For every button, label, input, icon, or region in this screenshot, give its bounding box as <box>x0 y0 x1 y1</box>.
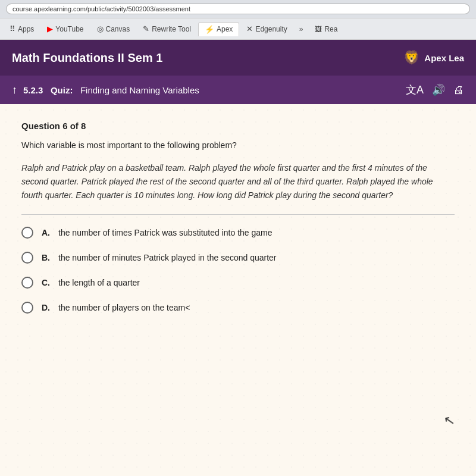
apex-logo-icon: 🦁 <box>403 50 419 65</box>
apex-icon: ⚡ <box>205 25 214 34</box>
tab-edgenuity[interactable]: ✕ Edgenuity <box>240 22 293 36</box>
choice-c-text: the length of a quarter <box>58 278 140 287</box>
tab-canvas[interactable]: ◎ Canvas <box>91 22 136 36</box>
edgenuity-icon: ✕ <box>246 24 253 33</box>
radio-d[interactable] <box>21 302 33 314</box>
radio-c[interactable] <box>21 277 33 289</box>
question-text: Which variable is most important to the … <box>21 139 455 152</box>
choice-b-letter: B. <box>42 253 50 262</box>
tab-apps[interactable]: ⠿ Apps <box>4 22 40 36</box>
quiz-title: 5.2.3 Quiz: Finding and Naming Variables <box>23 85 400 95</box>
radio-b[interactable] <box>21 252 33 264</box>
app-title: Math Foundations II Sem 1 <box>12 51 162 65</box>
question-label: Question 6 of 8 <box>21 121 455 131</box>
tab-reader-text: Rea <box>324 25 337 33</box>
quiz-id: 5.2.3 <box>23 85 43 95</box>
url-bar[interactable]: course.apexlearning.com/public/activity/… <box>6 4 470 14</box>
choices-container: A. the number of times Patrick was subst… <box>21 227 455 314</box>
tab-canvas-label: Canvas <box>106 25 130 33</box>
browser-bar: course.apexlearning.com/public/activity/… <box>0 0 476 18</box>
quiz-title-text: Finding and Naming Variables <box>80 85 199 95</box>
app-header: Math Foundations II Sem 1 🦁 Apex Lea <box>0 40 476 76</box>
radio-a[interactable] <box>21 227 33 239</box>
choice-d-text: the number of players on the team< <box>58 303 190 312</box>
tab-bar: ⠿ Apps ▶ YouTube ◎ Canvas ✎ Rewrite Tool… <box>0 18 476 40</box>
choice-b-text: the number of minutes Patrick played in … <box>58 253 277 262</box>
tab-reader-label: 🖼 <box>315 25 322 33</box>
choice-b[interactable]: B. the number of minutes Patrick played … <box>21 252 455 264</box>
tab-reader[interactable]: 🖼 Rea <box>309 23 343 36</box>
quiz-tools: 文A 🔊 🖨 <box>406 83 464 97</box>
tab-edgenuity-label: Edgenuity <box>255 25 287 33</box>
quiz-header: ↑ 5.2.3 Quiz: Finding and Naming Variabl… <box>0 76 476 104</box>
back-icon[interactable]: ↑ <box>12 84 17 96</box>
tab-rewrite[interactable]: ✎ Rewrite Tool <box>137 22 197 36</box>
rewrite-icon: ✎ <box>143 24 149 33</box>
choice-a-letter: A. <box>42 228 50 237</box>
tab-apps-label: Apps <box>18 25 34 33</box>
problem-text: Ralph and Patrick play on a basketball t… <box>21 161 455 202</box>
choice-a-text: the number of times Patrick was substitu… <box>58 228 273 237</box>
choice-c[interactable]: C. the length of a quarter <box>21 277 455 289</box>
print-icon[interactable]: 🖨 <box>453 84 464 96</box>
apex-logo-text: Apex Lea <box>424 53 464 63</box>
choice-d[interactable]: D. the number of players on the team< <box>21 302 455 314</box>
tab-rewrite-label: Rewrite Tool <box>152 25 191 33</box>
translate-icon[interactable]: 文A <box>406 83 424 97</box>
tab-more[interactable]: » <box>295 24 308 35</box>
canvas-icon: ◎ <box>97 24 104 33</box>
divider <box>21 214 455 215</box>
apex-logo: 🦁 Apex Lea <box>403 50 464 65</box>
choice-a[interactable]: A. the number of times Patrick was subst… <box>21 227 455 239</box>
choice-c-letter: C. <box>42 278 50 287</box>
apps-icon: ⠿ <box>10 24 15 33</box>
quiz-type: Quiz: <box>51 85 73 95</box>
tab-youtube-label: YouTube <box>55 25 83 33</box>
tab-apex-label: Apex <box>217 25 233 33</box>
audio-icon[interactable]: 🔊 <box>432 83 445 96</box>
youtube-icon: ▶ <box>47 24 53 33</box>
tab-apex[interactable]: ⚡ Apex <box>198 22 239 36</box>
choice-d-letter: D. <box>42 303 50 312</box>
tab-youtube[interactable]: ▶ YouTube <box>41 22 89 36</box>
main-content: Question 6 of 8 Which variable is most i… <box>0 104 476 476</box>
